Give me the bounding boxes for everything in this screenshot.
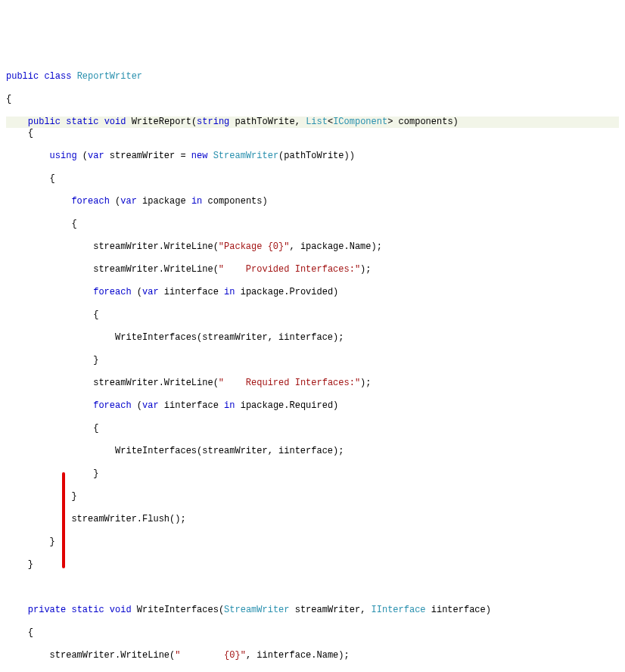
code-line: {	[6, 423, 619, 434]
code-line: {	[6, 128, 619, 139]
code-line: foreach (var iinterface in ipackage.Prov…	[6, 287, 619, 298]
code-line: }	[6, 559, 619, 571]
code-line: WriteInterfaces(streamWriter, iinterface…	[6, 446, 619, 457]
code-line: {	[6, 219, 619, 230]
code-line-highlighted: public static void WriteReport(string pa…	[6, 117, 619, 128]
code-line: {	[6, 310, 619, 321]
code-editor[interactable]: public class ReportWriter { public stati…	[0, 45, 625, 672]
code-line: WriteInterfaces(streamWriter, iinterface…	[6, 332, 619, 344]
code-line: streamWriter.WriteLine("Package {0}", ip…	[6, 241, 619, 253]
code-line: streamWriter.WriteLine(" Required Interf…	[6, 378, 619, 389]
code-line: streamWriter.WriteLine(" {0}", iinterfac…	[6, 650, 619, 661]
code-line: {	[6, 173, 619, 185]
code-line: {	[6, 627, 619, 639]
code-line: }	[6, 468, 619, 480]
code-line: }	[6, 355, 619, 366]
code-line	[6, 582, 619, 593]
code-line: using (var streamWriter = new StreamWrit…	[6, 151, 619, 162]
code-line: streamWriter.WriteLine(" Provided Interf…	[6, 264, 619, 275]
code-line: private static void WriteInterfaces(Stre…	[6, 605, 619, 616]
code-line: foreach (var iinterface in ipackage.Requ…	[6, 400, 619, 412]
code-line: public class ReportWriter	[6, 71, 619, 82]
change-marker	[62, 472, 65, 568]
code-line: }	[6, 491, 619, 502]
code-line: {	[6, 94, 619, 105]
code-line: foreach (var ipackage in components)	[6, 196, 619, 207]
code-line: streamWriter.Flush();	[6, 514, 619, 525]
code-line: }	[6, 537, 619, 548]
